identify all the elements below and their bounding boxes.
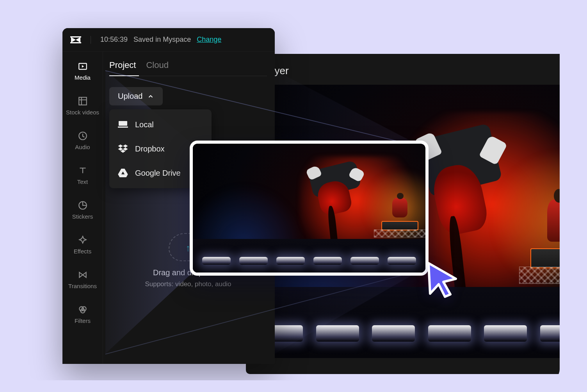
player-title: Player — [246, 54, 560, 85]
chevron-up-icon — [147, 93, 154, 100]
sidebar-item-label: Filters — [75, 317, 91, 324]
sidebar-item-stickers[interactable]: Stickers — [62, 196, 103, 224]
upload-button[interactable]: Upload — [109, 87, 163, 105]
sidebar-item-label: Effects — [74, 248, 92, 255]
sidebar-item-filters[interactable]: Filters — [62, 300, 103, 328]
sidebar-item-label: Audio — [75, 144, 90, 150]
tab-cloud[interactable]: Cloud — [146, 60, 168, 76]
text-icon — [77, 165, 88, 176]
stock-videos-icon — [77, 96, 88, 107]
app-shell: Player — [27, 12, 560, 380]
upload-menu-google-drive-label: Google Drive — [135, 169, 181, 178]
svg-rect-14 — [118, 127, 128, 128]
sidebar-item-label: Text — [77, 178, 88, 185]
svg-rect-4 — [70, 36, 81, 37]
sidebar-item-label: Stock videos — [66, 109, 99, 116]
sidebar-item-label: Media — [75, 74, 91, 81]
filters-icon — [77, 304, 88, 315]
topbar-divider — [91, 36, 91, 44]
local-device-icon — [118, 119, 128, 130]
sidebar: Media Stock videos Audio — [62, 52, 103, 364]
sidebar-item-media[interactable]: Media — [62, 57, 103, 85]
svg-rect-7 — [79, 97, 87, 105]
sidebar-item-effects[interactable]: Effects — [62, 231, 103, 258]
upload-button-label: Upload — [118, 92, 142, 101]
dropbox-icon — [118, 144, 128, 154]
upload-menu-dropbox-label: Dropbox — [135, 144, 165, 153]
audio-icon — [77, 130, 88, 141]
sidebar-item-audio[interactable]: Audio — [62, 127, 103, 154]
media-icon — [77, 61, 88, 72]
sidebar-item-transitions[interactable]: Transitions — [62, 265, 103, 293]
save-location-text: Saved in Myspace — [133, 36, 191, 43]
dropzone-text-secondary: Supports: video, photo, audio — [145, 280, 231, 288]
topbar: 10:56:39 Saved in Myspace Change — [62, 28, 275, 52]
save-timestamp: 10:56:39 — [100, 36, 128, 43]
media-tabs: Project Cloud — [109, 52, 267, 76]
transitions-icon — [77, 269, 88, 280]
svg-rect-5 — [70, 42, 81, 43]
sidebar-item-text[interactable]: Text — [62, 161, 103, 189]
google-drive-icon — [118, 168, 128, 178]
upload-menu-local-label: Local — [135, 120, 154, 129]
tab-underline — [109, 76, 267, 76]
sidebar-item-stock-videos[interactable]: Stock videos — [62, 92, 103, 119]
app-logo-icon — [70, 36, 81, 44]
svg-rect-13 — [119, 121, 127, 126]
stickers-icon — [77, 200, 88, 211]
save-status: 10:56:39 Saved in Myspace Change — [100, 36, 221, 44]
upload-menu-local[interactable]: Local — [109, 112, 212, 137]
dragged-media-thumbnail[interactable] — [190, 141, 429, 276]
change-location-link[interactable]: Change — [197, 36, 221, 43]
effects-icon — [77, 235, 88, 246]
sidebar-item-label: Transitions — [68, 283, 97, 289]
tab-project[interactable]: Project — [109, 60, 136, 76]
sidebar-item-label: Stickers — [72, 213, 93, 220]
